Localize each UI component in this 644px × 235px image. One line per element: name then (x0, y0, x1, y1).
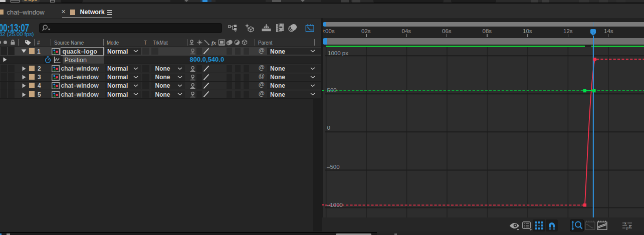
svg-text:z: z (626, 226, 628, 230)
svg-text:x: x (624, 221, 626, 225)
svg-text:y: y (629, 224, 631, 228)
svg-text:fx: fx (211, 40, 217, 46)
